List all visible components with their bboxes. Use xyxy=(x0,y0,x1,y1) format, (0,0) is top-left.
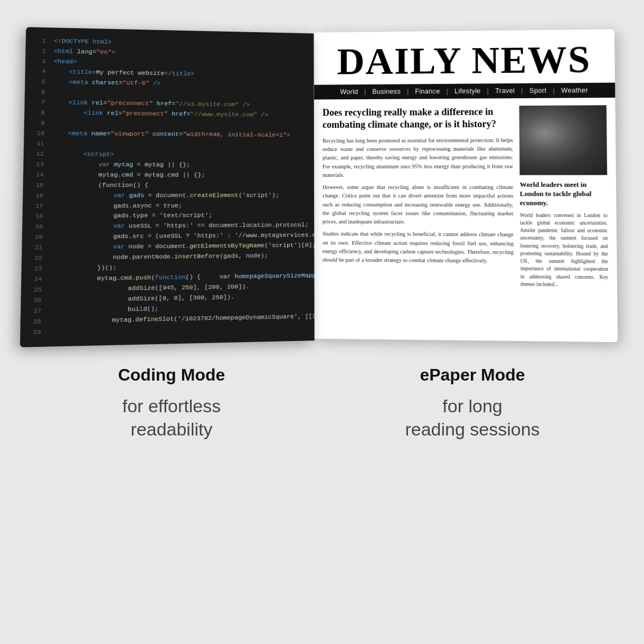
line-number: 28 xyxy=(27,317,42,328)
code-line: 17 gads.async = true; xyxy=(30,201,308,212)
line-number: 11 xyxy=(31,138,44,149)
coding-mode-label-block: Coding Mode for effortlessreadability xyxy=(21,365,322,441)
line-code xyxy=(52,139,308,150)
line-number: 24 xyxy=(28,274,42,285)
code-line: 14 mytag.cmd = mytag.cmd || {}; xyxy=(30,169,308,180)
main-article: Does recycling really make a difference … xyxy=(323,106,514,288)
nav-item: World xyxy=(340,88,358,96)
article-paragraph: Recycling has long been promoted as esse… xyxy=(323,136,513,179)
line-number: 21 xyxy=(29,243,42,253)
line-number: 4 xyxy=(32,67,45,77)
sidebar-image xyxy=(519,105,608,175)
sidebar-body-text: World leaders convened in London to tack… xyxy=(520,211,608,289)
line-number: 7 xyxy=(31,97,45,108)
coding-mode-title: Coding Mode xyxy=(21,365,322,385)
nav-item: Business xyxy=(372,88,401,96)
article-paragraph: Studies indicate that while recycling is… xyxy=(323,230,514,266)
line-number: 8 xyxy=(31,108,45,118)
line-number: 15 xyxy=(30,180,43,191)
main-body-text: Recycling has long been promoted as esse… xyxy=(323,136,514,266)
line-number: 20 xyxy=(29,232,43,243)
line-number: 13 xyxy=(30,159,44,170)
line-number: 25 xyxy=(28,285,42,296)
line-number: 16 xyxy=(30,191,43,201)
line-number: 26 xyxy=(27,296,42,306)
line-number: 1 xyxy=(33,36,46,46)
line-code: mytag.cmd = mytag.cmd || {}; xyxy=(52,170,308,181)
line-code: gads.async = true; xyxy=(51,201,308,212)
line-number: 6 xyxy=(32,87,45,98)
line-number: 10 xyxy=(31,128,44,139)
nav-item: Travel xyxy=(495,87,515,94)
code-line: 11 xyxy=(31,138,308,150)
line-number: 2 xyxy=(32,46,46,56)
line-number: 19 xyxy=(29,222,43,232)
newspaper-title: DAILY NEWS xyxy=(325,40,604,81)
coding-mode-sub: for effortlessreadability xyxy=(21,394,322,441)
code-line: 16 var gads = document.createElement('sc… xyxy=(30,191,308,201)
line-code: gads.type = 'text/script'; xyxy=(51,211,308,222)
line-number: 23 xyxy=(29,264,42,274)
line-code: var gads = document.createElement('scrip… xyxy=(51,191,308,201)
labels-row: Coding Mode for effortlessreadability eP… xyxy=(21,365,623,441)
code-line: 12 <script> xyxy=(31,149,308,160)
code-line: 13 var mytag = mytag || {}; xyxy=(30,159,308,171)
epaper-mode-sub: for longreading sessions xyxy=(322,394,623,441)
line-number: 29 xyxy=(27,327,41,338)
main-headline: Does recycling really make a difference … xyxy=(323,106,513,131)
epaper-mode-title: ePaper Mode xyxy=(322,365,623,385)
nav-item: Lifestyle xyxy=(454,87,481,94)
sidebar-headline: World leaders meet in London to tackle g… xyxy=(520,181,608,208)
line-number: 14 xyxy=(30,169,44,180)
line-code: <script> xyxy=(52,149,307,160)
epaper-screen: DAILY NEWS World | Business | Finance | … xyxy=(314,29,618,342)
line-code: var mytag = mytag || {}; xyxy=(52,159,308,171)
line-number: 3 xyxy=(32,56,46,67)
coding-screen: 1<!DOCTYPE html>2<html lang="en">3<head>… xyxy=(20,27,315,347)
article-paragraph: However, some argue that recycling alone… xyxy=(323,183,514,227)
line-number: 5 xyxy=(32,77,45,87)
line-number: 12 xyxy=(31,149,44,159)
line-number: 9 xyxy=(31,118,45,128)
nav-item: Finance xyxy=(415,88,440,95)
line-number: 17 xyxy=(30,201,43,212)
screens-comparison: 1<!DOCTYPE html>2<html lang="en">3<head>… xyxy=(21,32,623,339)
epaper-mode-label-block: ePaper Mode for longreading sessions xyxy=(322,365,623,441)
line-number: 22 xyxy=(29,253,42,264)
sidebar-article: World leaders meet in London to tackle g… xyxy=(519,105,609,289)
newspaper-body: Does recycling really make a difference … xyxy=(314,98,617,297)
code-content: 1<!DOCTYPE html>2<html lang="en">3<head>… xyxy=(20,27,315,347)
nav-item: Sport xyxy=(529,87,546,94)
line-number: 18 xyxy=(29,211,43,222)
newspaper-header: DAILY NEWS xyxy=(314,29,615,80)
newspaper-nav: World | Business | Finance | Lifestyle |… xyxy=(314,83,615,100)
sidebar-image-inner xyxy=(519,105,608,175)
line-number: 27 xyxy=(27,306,42,317)
code-line: 15 (function() { xyxy=(30,180,308,191)
nav-item: Weather xyxy=(561,87,588,94)
line-code: (function() { xyxy=(52,180,308,191)
